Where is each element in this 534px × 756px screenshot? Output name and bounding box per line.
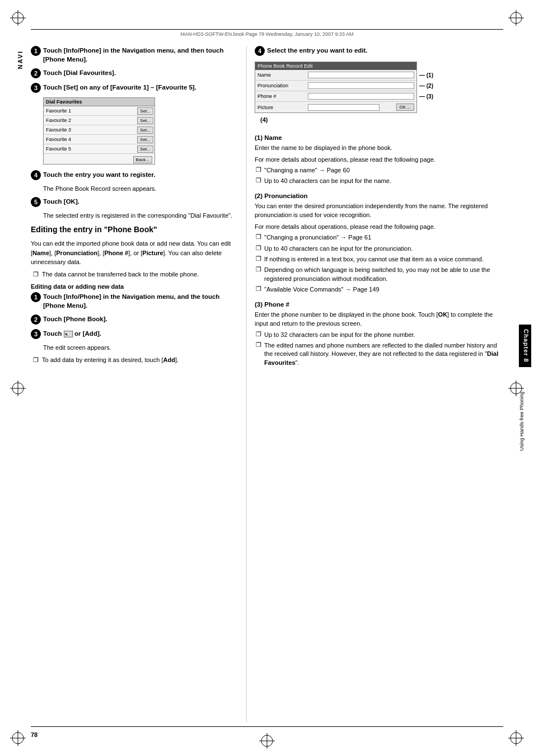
step-5-number: 5 [31, 197, 41, 207]
crosshair-bottom-center [259, 733, 275, 749]
dial-fav-row-1: Favourite 1 Set... [44, 106, 154, 116]
step-2-number: 2 [31, 68, 41, 78]
crosshair-br [508, 730, 524, 746]
fav-set-btn-2[interactable]: Set... [137, 117, 153, 124]
bottom-step-2-row: 2 Touch [Phone Book]. [31, 314, 232, 325]
rc-pron-bullet4: ❒ [256, 266, 261, 273]
section-body-1: You can edit the imported phone book dat… [31, 239, 232, 267]
dial-fav-row-4: Favourite 4 Set... [44, 135, 154, 144]
step-4-sub: The Phone Book Record screen appears. [43, 185, 232, 193]
rc-name-note2: ❒ Up to 40 characters can be input for t… [256, 177, 503, 185]
rc-phone-bullet1: ❒ [256, 331, 261, 338]
rc-phone-note2: ❒ The edited names and phone numbers are… [256, 341, 503, 367]
fav-name-1: Favourite 1 [44, 107, 137, 115]
section-phone: (3) Phone # Enter the phone number to be… [255, 301, 503, 368]
column-divider [246, 46, 247, 722]
fav-set-btn-5[interactable]: Set... [137, 145, 153, 153]
dial-fav-row-5: Favourite 5 Set... [44, 144, 154, 154]
rc-pron-note1-text: "Changing a pronunciation" → Page 61 [264, 233, 371, 242]
bottom-step-3-bullet: ❒ [33, 356, 39, 364]
bottom-step-1-row: 1 Touch [Info/Phone] in the Navigation m… [31, 292, 232, 310]
left-column: 1 Touch [Info/Phone] in the Navigation m… [31, 46, 232, 367]
bottom-step-3-number: 3 [31, 329, 41, 339]
pb-input-picture[interactable] [308, 104, 380, 111]
pb-input-pronunciation[interactable] [308, 82, 414, 89]
footer-line [31, 726, 503, 727]
right-step-4-row: 4 Select the entry you want to edit. [255, 46, 503, 56]
crosshair-bl [10, 730, 26, 746]
rc-pron-bullet2: ❒ [256, 245, 261, 252]
crosshair-tl [10, 10, 26, 26]
bottom-step-2-text: Touch [Phone Book]. [43, 314, 232, 323]
fav-back-btn[interactable]: Back... [133, 156, 152, 163]
pb-row-name: Name — (1) [255, 70, 416, 81]
dial-fav-row-2: Favourite 2 Set... [44, 116, 154, 125]
sub-heading-editing: Editing data or adding new data [31, 283, 232, 290]
section-pronunciation: (2) Pronunciation You can enter the desi… [255, 192, 503, 294]
navi-label: NAVI [17, 50, 24, 69]
rc-name-body2: For more details about operations, pleas… [255, 155, 503, 165]
note-row-1: ❒ The data cannot be transferred back to… [33, 270, 232, 279]
header-line [31, 29, 503, 30]
rc-name-note1-text: "Changing a name" → Page 60 [264, 166, 350, 175]
fav-set-btn-4[interactable]: Set... [137, 136, 153, 143]
step-4-text: Touch the entry you want to register. [43, 170, 232, 179]
step-4-number: 4 [31, 170, 41, 180]
rc-pron-heading: (2) Pronunciation [255, 192, 503, 199]
pb-ok-button[interactable]: OK ... [396, 104, 414, 111]
rc-pron-note2: ❒ Up to 40 characters can be input for t… [256, 245, 503, 253]
dial-fav-row-3: Favourite 3 Set... [44, 125, 154, 135]
dial-fav-table: Dial Favourites Favourite 1 Set... Favou… [43, 97, 155, 165]
step-3-number: 3 [31, 83, 41, 93]
note-bullet-1: ❒ [33, 271, 39, 278]
chapter-label: Chapter 8 [519, 325, 531, 367]
pb-label-picture: Picture [257, 105, 308, 110]
step-1-row: 1 Touch [Info/Phone] in the Navigation m… [31, 46, 232, 64]
rc-pron-note4-text: Depending on which language is being swi… [264, 266, 503, 283]
fav-set-btn-3[interactable]: Set... [137, 126, 153, 134]
rc-phone-body1: Enter the phone number to be displayed i… [255, 310, 503, 328]
fav-name-4: Favourite 4 [44, 135, 137, 143]
pb-input-name[interactable] [308, 72, 414, 78]
page-number: 78 [31, 731, 38, 738]
crosshair-tr [508, 10, 524, 26]
callout-4-label: (4) [260, 116, 417, 123]
bottom-step-2-number: 2 [31, 314, 41, 325]
rc-name-heading: (1) Name [255, 134, 503, 141]
edit-icon: ✎ [64, 331, 73, 337]
rc-name-note1: ❒ "Changing a name" → Page 60 [256, 166, 503, 175]
pb-label-pronunciation: Pronunciation [257, 83, 308, 88]
step-5-sub: The selected entry is registered in the … [43, 212, 232, 220]
rc-phone-note2-text: The edited names and phone numbers are r… [264, 341, 503, 367]
page-container: MAN-HD3-SOFTW-EN.book Page 78 Wednesday,… [0, 0, 534, 756]
bottom-step-3-text: Touch ✎ or [Add]. [43, 329, 232, 338]
rc-pron-note4: ❒ Depending on which language is being s… [256, 266, 503, 283]
step-1-number: 1 [31, 46, 41, 56]
bottom-step-3-note: ❒ To add data by entering it as desired,… [33, 356, 232, 364]
rc-pron-note3: ❒ If nothing is entered in a text box, y… [256, 255, 503, 264]
rc-name-bullet1: ❒ [256, 166, 261, 173]
pb-input-phone[interactable] [308, 93, 414, 100]
dial-fav-header: Dial Favourites [44, 98, 154, 106]
rc-pron-note5: ❒ "Available Voice Commands" → Page 149 [256, 285, 503, 294]
bottom-step-3-row: 3 Touch ✎ or [Add]. [31, 329, 232, 339]
content-area: 1 Touch [Info/Phone] in the Navigation m… [31, 40, 503, 722]
rc-phone-heading: (3) Phone # [255, 301, 503, 308]
phone-book-record-container: Phone Book Record Edit Name — (1) Pronun… [255, 62, 417, 123]
rc-name-note2-text: Up to 40 characters can be input for the… [264, 177, 391, 185]
callout-3: — (3) [419, 93, 433, 100]
rc-pron-note2-text: Up to 40 characters can be input for the… [264, 245, 413, 253]
rc-phone-bullet2: ❒ [256, 341, 261, 349]
svg-text:✎: ✎ [65, 332, 68, 336]
step-1-text: Touch [Info/Phone] in the Navigation men… [43, 46, 232, 64]
note-text-1: The data cannot be transferred back to t… [42, 270, 199, 279]
pb-label-phone: Phone # [257, 93, 308, 99]
fav-set-btn-1[interactable]: Set... [137, 107, 153, 115]
rc-pron-body1: You can enter the desired pronunciation … [255, 201, 503, 220]
rc-phone-note1: ❒ Up to 32 characters can be input for t… [256, 331, 503, 339]
phone-book-screen: Phone Book Record Edit Name — (1) Pronun… [255, 62, 417, 113]
rc-pron-note5-text: "Available Voice Commands" → Page 149 [264, 285, 380, 294]
right-step-4-text: Select the entry you want to edit. [267, 46, 503, 55]
pb-row-pronunciation: Pronunciation — (2) [255, 81, 416, 91]
callout-2: — (2) [419, 83, 433, 89]
